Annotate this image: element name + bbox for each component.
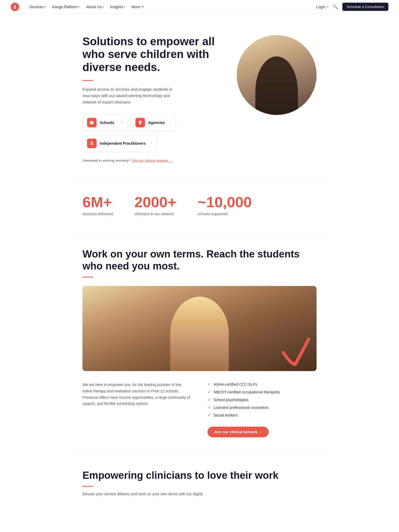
service-row-bottom: Independent Practitioners → xyxy=(82,135,221,152)
stat-sessions-number: 6M+ xyxy=(82,195,113,210)
arrow-right-icon: → xyxy=(149,141,153,146)
work-content: We are here to empower you. As the leadi… xyxy=(82,382,317,437)
stat-schools: ~10,000 schools supported xyxy=(197,195,252,216)
nav-about[interactable]: About Us ▾ xyxy=(84,3,106,11)
work-image xyxy=(82,286,317,371)
arrow-right-icon: → xyxy=(168,120,172,125)
nav-right: Login ↗ 🔍 Schedule a Consultation xyxy=(316,3,388,11)
login-button[interactable]: Login ↗ xyxy=(316,5,329,9)
check-icon: ✓ xyxy=(207,413,211,418)
stat-sessions-label: sessions delivered xyxy=(82,212,113,216)
practitioners-label: Independent Practitioners xyxy=(100,141,146,146)
stats-section: 6M+ sessions delivered 2000+ clinicians … xyxy=(72,179,327,232)
chevron-down-icon: ▾ xyxy=(102,5,104,8)
empowering-description: Elevate your service delivery and work o… xyxy=(82,491,242,497)
work-image-container xyxy=(82,286,317,371)
nav-left: Services ▾ Kanga Platform ▾ About Us ▾ I… xyxy=(11,3,147,11)
hero-portrait xyxy=(237,35,317,115)
hero-image-placeholder xyxy=(237,35,317,115)
schools-card[interactable]: Schools → xyxy=(82,114,128,131)
stat-clinicians-number: 2000+ xyxy=(134,195,176,210)
external-link-icon: ↗ xyxy=(326,5,329,8)
checklist-label: School psychologists xyxy=(214,398,248,402)
practitioners-card[interactable]: Independent Practitioners → xyxy=(82,135,157,152)
clinical-link-text: Interested in working remotely? Join our… xyxy=(82,159,221,163)
work-section: Work on your own terms. Reach the studen… xyxy=(72,232,327,453)
schools-label: Schools xyxy=(100,120,116,125)
hero-section: Solutions to empower all who serve child… xyxy=(72,14,327,178)
chevron-down-icon: ▾ xyxy=(124,5,125,8)
checklist-item: ✓ ASHA-certified CCC-SLPs xyxy=(207,382,317,387)
hero-description: Expand access to services and engage stu… xyxy=(82,86,173,105)
checklist-label: ASHA-certified CCC-SLPs xyxy=(214,382,257,386)
nav-items: Services ▾ Kanga Platform ▾ About Us ▾ I… xyxy=(27,3,147,11)
hero-text: Solutions to empower all who serve child… xyxy=(82,35,221,163)
nav-kanga[interactable]: Kanga Platform ▾ xyxy=(49,3,83,11)
hero-image xyxy=(237,35,317,115)
empowering-section: Empowering clinicians to love their work… xyxy=(72,454,327,513)
agencies-icon xyxy=(135,118,145,127)
check-icon: ✓ xyxy=(207,397,211,402)
work-title: Work on your own terms. Reach the studen… xyxy=(82,248,317,272)
checklist-item: ✓ Social workers xyxy=(207,413,317,418)
stat-schools-label: schools supported xyxy=(197,212,252,216)
schools-icon xyxy=(87,118,97,127)
chevron-down-icon: ▾ xyxy=(44,5,46,8)
check-icon: ✓ xyxy=(207,405,211,410)
stat-clinicians: 2000+ clinicians in our network xyxy=(134,195,176,216)
agencies-card[interactable]: Agencies → xyxy=(131,114,176,131)
main-nav: Services ▾ Kanga Platform ▾ About Us ▾ I… xyxy=(0,0,399,14)
arrow-right-icon: → xyxy=(119,120,123,125)
stat-clinicians-label: clinicians in our network xyxy=(134,212,176,216)
work-checklist: ✓ ASHA-certified CCC-SLPs ✓ NBCOT-certif… xyxy=(207,382,317,437)
join-clinical-network-link[interactable]: Join our clinical network → xyxy=(131,159,173,163)
nav-more[interactable]: More ••• xyxy=(129,3,147,11)
checklist-label: Social workers xyxy=(214,413,238,417)
stat-sessions: 6M+ sessions delivered xyxy=(82,195,113,216)
checklist-label: NBCOT-certified occupational therapists xyxy=(214,390,280,394)
empowering-title: Empowering clinicians to love their work xyxy=(82,469,317,482)
nav-insights[interactable]: Insights ▾ xyxy=(107,3,128,11)
service-cards: Schools → Agencies → Independent Practit xyxy=(82,114,221,152)
check-icon: ✓ xyxy=(207,389,211,394)
checklist-item: ✓ Licensed professional counselors xyxy=(207,405,317,410)
nav-services[interactable]: Services ▾ xyxy=(27,3,48,11)
checklist-item: ✓ NBCOT-certified occupational therapist… xyxy=(207,389,317,394)
join-clinical-network-button[interactable]: Join our clinical network → xyxy=(207,427,269,437)
check-icon: ✓ xyxy=(207,382,211,387)
svg-point-0 xyxy=(14,5,16,7)
hero-divider xyxy=(82,80,93,81)
search-icon[interactable]: 🔍 xyxy=(333,4,338,9)
schedule-consultation-button[interactable]: Schedule a Consultation xyxy=(342,3,388,11)
hero-title: Solutions to empower all who serve child… xyxy=(82,35,221,74)
empowering-divider xyxy=(82,486,93,487)
checklist-label: Licensed professional counselors xyxy=(214,405,269,410)
logo-icon xyxy=(11,3,19,11)
practitioners-icon xyxy=(87,139,97,148)
checklist-item: ✓ School psychologists xyxy=(207,397,317,402)
work-description: We are here to empower you. As the leadi… xyxy=(82,382,192,407)
logo[interactable] xyxy=(11,3,19,11)
chevron-down-icon: ▾ xyxy=(78,5,80,8)
agencies-label: Agencies xyxy=(148,120,165,125)
work-divider xyxy=(82,277,93,277)
more-dots-icon: ••• xyxy=(141,5,144,9)
checkmark-decoration xyxy=(279,336,311,368)
service-row-top: Schools → Agencies → xyxy=(82,114,221,131)
stat-schools-number: ~10,000 xyxy=(197,195,252,210)
